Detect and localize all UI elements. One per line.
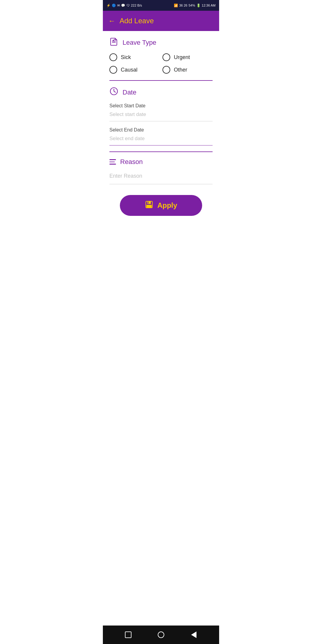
start-date-label: Select Start Date (109, 103, 213, 109)
reason-input[interactable]: Enter Reason (109, 171, 213, 184)
start-date-field: Select Start Date Select start date (109, 103, 213, 121)
apply-save-icon (145, 200, 153, 210)
clock: 12:36 AM (202, 4, 216, 7)
start-date-input[interactable]: Select start date (109, 110, 213, 121)
usb-icon: ⚡ (106, 4, 111, 7)
start-date-placeholder[interactable]: Select start date (109, 110, 213, 119)
apply-btn-container: Apply (109, 195, 213, 216)
network-speed: 222 B/s (131, 4, 142, 7)
reason-placeholder[interactable]: Enter Reason (109, 171, 213, 181)
divider-leave-type (109, 80, 213, 81)
leave-type-icon (109, 37, 118, 48)
message-icon: 🗨 (126, 4, 130, 7)
label-other: Other (174, 67, 187, 73)
leave-type-title: Leave Type (123, 39, 156, 47)
label-sick: Sick (121, 54, 131, 61)
leave-type-header: Leave Type (109, 37, 213, 48)
radio-causal[interactable] (109, 66, 117, 74)
whatsapp-icon: 💬 (121, 4, 125, 7)
leave-type-urgent[interactable]: Urgent (162, 53, 213, 61)
page-title: Add Leave (120, 17, 154, 25)
notification-icon: 🔵 (112, 4, 116, 7)
radio-other[interactable] (162, 66, 170, 74)
battery-icon: 🔋 (196, 4, 201, 7)
leave-type-sick[interactable]: Sick (109, 53, 160, 61)
svg-line-4 (114, 91, 116, 92)
svg-rect-6 (147, 201, 151, 204)
leave-type-options: Sick Urgent Causal Other (109, 53, 213, 74)
leave-type-causal[interactable]: Causal (109, 66, 160, 74)
end-date-input[interactable]: Select end date (109, 134, 213, 145)
status-bar: ⚡ 🔵 ✉ 💬 🗨 222 B/s 📶 36 26 54% 🔋 12:36 AM (103, 0, 219, 11)
apply-label: Apply (157, 201, 177, 210)
date-header: Date (109, 87, 213, 98)
date-icon (109, 87, 118, 98)
end-date-label: Select End Date (109, 127, 213, 133)
label-urgent: Urgent (174, 54, 190, 61)
reason-icon (109, 159, 116, 165)
end-date-field: Select End Date Select end date (109, 127, 213, 145)
app-bar: ← Add Leave (103, 11, 219, 31)
back-button[interactable]: ← (108, 17, 115, 25)
divider-date (109, 151, 213, 152)
radio-urgent[interactable] (162, 53, 170, 61)
svg-rect-8 (148, 202, 148, 204)
status-right: 📶 36 26 54% 🔋 12:36 AM (174, 4, 216, 7)
end-date-placeholder[interactable]: Select end date (109, 134, 213, 143)
battery-level: 54% (188, 4, 195, 7)
date-title: Date (123, 89, 136, 96)
content-area: Leave Type Sick Urgent Causal Other (103, 31, 219, 229)
label-causal: Causal (121, 67, 137, 73)
apply-button[interactable]: Apply (120, 195, 202, 216)
network-type: 36 26 (179, 4, 188, 7)
svg-rect-7 (146, 205, 152, 208)
reason-header: Reason (109, 158, 213, 166)
status-left: ⚡ 🔵 ✉ 💬 🗨 222 B/s (106, 4, 142, 7)
mail-icon: ✉ (117, 4, 120, 7)
radio-sick[interactable] (109, 53, 117, 61)
reason-title: Reason (120, 158, 143, 166)
leave-type-other[interactable]: Other (162, 66, 213, 74)
date-section: Date Select Start Date Select start date… (109, 87, 213, 145)
reason-section: Reason Enter Reason (109, 158, 213, 184)
wifi-icon: 📶 (174, 4, 178, 7)
